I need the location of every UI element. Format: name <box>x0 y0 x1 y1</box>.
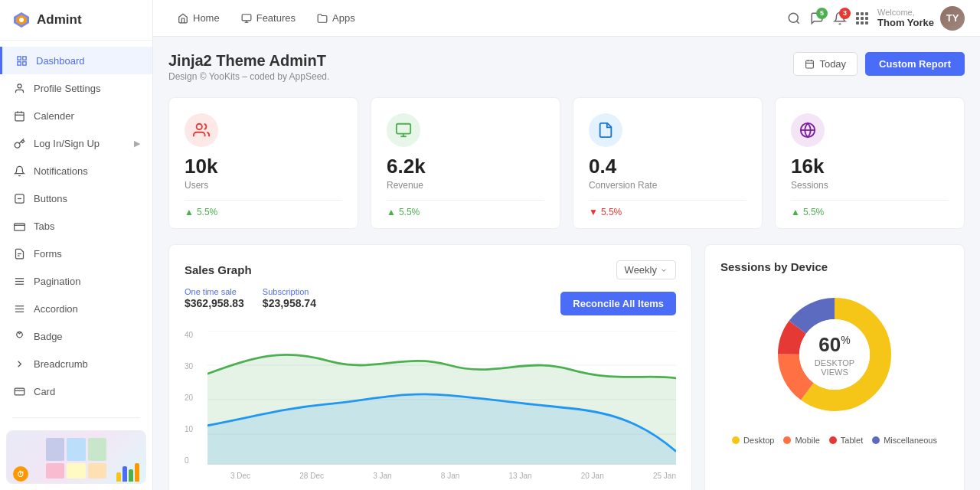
sidebar: Admint Dashboard Profile Settings Calend… <box>0 0 153 490</box>
legend-tablet: Tablet <box>829 436 863 445</box>
messages-badge: 5 <box>816 8 828 19</box>
avatar: TY <box>940 6 965 31</box>
nav-apps[interactable]: Apps <box>308 8 364 28</box>
donut-chart: 60% DESKTOP VIEWS Desktop Mobile <box>720 286 949 445</box>
nav-features[interactable]: Features <box>232 8 305 28</box>
sidebar-label-calender: Calender <box>34 110 74 122</box>
notifications-badge: 3 <box>839 8 851 19</box>
svg-point-23 <box>16 332 22 338</box>
sidebar-item-buttons[interactable]: Buttons <box>0 185 152 212</box>
sidebar-item-tabs[interactable]: Tabs <box>0 212 152 240</box>
pagination-icon <box>12 274 26 288</box>
x-labels: 3 Dec 28 Dec 3 Jan 8 Jan 13 Jan 20 Jan 2… <box>207 469 676 480</box>
sidebar-item-card[interactable]: Card <box>0 377 152 405</box>
tabs-icon <box>12 219 26 233</box>
conversion-change: ▼ 5.5% <box>589 207 746 217</box>
sidebar-label-badge: Badge <box>34 331 63 342</box>
revenue-label: Revenue <box>387 180 544 191</box>
svg-line-30 <box>797 21 799 23</box>
legend-mobile-label: Mobile <box>795 436 819 445</box>
svg-rect-14 <box>14 223 24 230</box>
notifications-button[interactable]: 3 <box>833 11 847 25</box>
sidebar-label-breadcrumb: Breadcrumb <box>34 358 88 370</box>
users-change: ▲ 5.5% <box>185 207 342 217</box>
svg-point-2 <box>19 18 24 22</box>
legend-misc-label: Miscellaneous <box>884 436 937 445</box>
weekly-select[interactable]: Weekly <box>616 260 676 279</box>
cursor-icon <box>12 191 26 205</box>
nav-apps-label: Apps <box>332 12 355 24</box>
donut-percentage: 60% <box>800 333 869 357</box>
sidebar-label-forms: Forms <box>34 248 62 260</box>
accordion-icon <box>12 302 26 315</box>
sidebar-divider <box>12 417 140 418</box>
legend-dot-desktop <box>732 436 740 444</box>
grid-icon <box>15 54 28 67</box>
sales-header: Sales Graph Weekly <box>185 260 676 279</box>
today-button[interactable]: Today <box>793 52 858 76</box>
sidebar-item-calender[interactable]: Calender <box>0 102 152 129</box>
subscription-label: Subscription <box>263 287 309 296</box>
weekly-label: Weekly <box>625 264 657 276</box>
nav-features-label: Features <box>256 12 296 24</box>
legend-tablet-label: Tablet <box>841 436 863 445</box>
revenue-value: 6.2k <box>387 155 544 178</box>
revenue-change: ▲ 5.5% <box>387 207 544 217</box>
sidebar-item-notifications[interactable]: Notifications <box>0 157 152 185</box>
header-right: 5 3 Welcome, Thom Yorke TY <box>787 6 965 31</box>
sidebar-promo: ⏱ Free Jinja2 Theme Source Code <box>6 430 146 484</box>
svg-rect-5 <box>17 61 20 64</box>
messages-button[interactable]: 5 <box>810 11 824 25</box>
sidebar-item-login-signup[interactable]: Log In/Sign Up ▶ <box>0 129 152 157</box>
sidebar-label-dashboard: Dashboard <box>36 55 85 67</box>
calendar-icon <box>12 109 26 122</box>
legend-dot-mobile <box>783 436 791 444</box>
promo-image: ⏱ <box>7 431 145 484</box>
welcome-text: Welcome, <box>877 8 934 17</box>
svg-rect-31 <box>806 60 814 68</box>
sidebar-item-profile-settings[interactable]: Profile Settings <box>0 74 152 102</box>
legend-misc: Miscellaneous <box>872 436 937 445</box>
svg-rect-3 <box>17 56 20 59</box>
form-icon <box>12 247 26 260</box>
conversion-icon-wrap <box>589 113 622 147</box>
sidebar-logo[interactable]: Admint <box>0 0 152 41</box>
sidebar-item-dashboard[interactable]: Dashboard <box>0 47 152 74</box>
svg-point-7 <box>18 83 21 87</box>
user-menu[interactable]: Welcome, Thom Yorke TY <box>877 6 965 31</box>
search-button[interactable] <box>787 11 801 25</box>
sidebar-label-profile-settings: Profile Settings <box>34 83 100 94</box>
svg-point-35 <box>197 124 202 129</box>
custom-report-button[interactable]: Custom Report <box>865 52 965 76</box>
reconcile-button[interactable]: Reconcile All Items <box>560 292 676 315</box>
page-subtitle: Design © YooKits – coded by AppSeed. <box>168 71 329 82</box>
svg-rect-36 <box>397 124 410 134</box>
stat-card-sessions: 16k Sessions ▲ 5.5% <box>775 97 965 229</box>
svg-rect-6 <box>22 61 25 64</box>
donut-center: 60% DESKTOP VIEWS <box>800 333 869 377</box>
sidebar-item-pagination[interactable]: Pagination <box>0 267 152 295</box>
sidebar-item-badge[interactable]: Badge <box>0 322 152 350</box>
sidebar-item-breadcrumb[interactable]: Breadcrumb <box>0 350 152 377</box>
sessions-header: Sessions by Device <box>720 260 949 273</box>
bottom-panels: Sales Graph Weekly One time sale $362,95… <box>168 244 965 490</box>
sidebar-label-pagination: Pagination <box>34 276 80 287</box>
page-title: Jinja2 Theme AdminT <box>168 52 329 70</box>
y-labels: 40 30 20 10 0 <box>185 331 196 480</box>
sidebar-label-tabs: Tabs <box>34 220 54 232</box>
grid-menu-button[interactable] <box>856 12 868 24</box>
sales-chart <box>207 331 676 469</box>
sidebar-item-forms[interactable]: Forms <box>0 240 152 267</box>
sidebar-item-accordion[interactable]: Accordion <box>0 295 152 322</box>
users-icon-wrap <box>185 113 218 147</box>
sessions-value: 16k <box>791 155 949 178</box>
nav-home[interactable]: Home <box>168 8 229 28</box>
key-icon <box>12 136 26 150</box>
page-actions: Today Custom Report <box>793 52 965 76</box>
svg-rect-4 <box>22 56 25 59</box>
stat-card-revenue: 6.2k Revenue ▲ 5.5% <box>371 97 560 229</box>
legend-dot-misc <box>872 436 880 444</box>
card-icon <box>12 384 26 398</box>
sales-graph-panel: Sales Graph Weekly One time sale $362,95… <box>168 244 692 490</box>
sidebar-label-card: Card <box>34 386 55 397</box>
